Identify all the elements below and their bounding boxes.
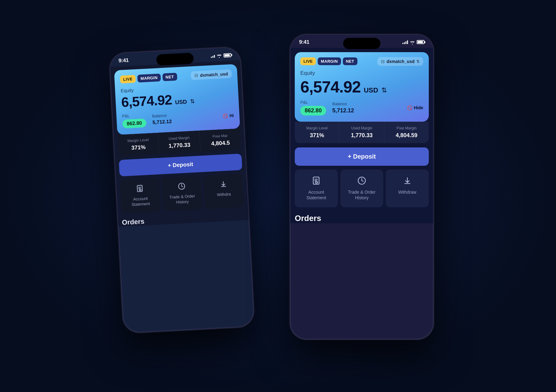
withdraw-btn-front[interactable]: Withdraw [386,169,429,207]
chevron-icon-front: ⇅ [416,59,419,64]
free-margin-back: Free Mar 4,804.5 [200,128,241,152]
free-margin-label-back: Free Mar [203,133,237,139]
dynamic-island-front [343,38,380,49]
pnl-balance-row-back: P&L 862.80 Balance 5,712.12 🚫 Hi [122,108,234,128]
free-margin-front: Free Margin 4,804.59 [384,122,429,143]
svg-rect-10 [316,182,318,183]
account-statement-icon-back [136,184,144,194]
equity-label-front: Equity [300,70,423,76]
hide-icon-front: 🚫 [407,105,412,110]
margin-level-value-back: 371% [122,143,155,152]
withdraw-label-back: Withdra [217,191,231,197]
trade-history-icon-front [357,176,366,187]
balance-value-front: 5,712.12 [332,107,354,114]
used-margin-front: Used Margin 1,770.33 [339,122,384,143]
balance-value-back: 5,712.12 [152,119,172,125]
equity-currency-front: USD [364,86,378,94]
free-margin-value-front: 4,804.59 [388,132,425,139]
balance-label-front: Balance [332,101,354,106]
orders-section-front: Orders [290,207,433,223]
used-margin-label-back: Used Margin [162,135,196,141]
dynamic-island-back [156,52,194,65]
svg-line-6 [221,186,226,187]
account-statement-btn-back[interactable]: AccountStatement [120,178,161,213]
battery-icon-front [417,40,424,44]
used-margin-value-back: 1,770.33 [163,141,196,150]
header-top-front: LIVE MARGIN NET ⊟ dxmatch_usd ⇅ [300,57,423,66]
phone-front: 9:41 LIVE MARGIN [290,35,433,339]
balance-section-front: Balance 5,712.12 [332,101,354,114]
deposit-btn-back[interactable]: + Deposit [119,153,242,176]
account-name-front: dxmatch_usd [387,59,415,64]
badge-net-front: NET [343,57,357,65]
equity-number-back: 6,574.92 [121,92,173,110]
phone-back: 9:41 LIVE MARGIN [110,47,254,333]
free-margin-label-front: Free Margin [388,126,425,130]
badges-back: LIVE MARGIN NET [120,72,177,83]
status-icons-back [211,53,231,58]
time-front: 9:41 [299,39,309,45]
status-icons-front [402,40,424,44]
account-icon-back: ⊟ [194,73,198,78]
pnl-balance-row-front: P&L 862.80 Balance 5,712.12 🚫 Hide [300,100,423,115]
status-bar-front: 9:41 [290,35,433,48]
trade-history-label-front: Trade & OrderHistory [348,189,376,201]
header-card-front: LIVE MARGIN NET ⊟ dxmatch_usd ⇅ Equity 6… [295,52,429,122]
free-margin-value-back: 4,804.5 [204,139,237,147]
header-top-back: LIVE MARGIN NET ⊟ dxmatch_usd [120,69,232,84]
action-buttons-back: AccountStatement Trade & OrderHistory Wi… [120,173,244,213]
header-card-back: LIVE MARGIN NET ⊟ dxmatch_usd Equity 6,5… [114,64,240,135]
pnl-value-front: 862.80 [300,106,326,115]
hide-icon-back: 🚫 [222,113,228,118]
pnl-value-back: 862.80 [122,118,146,128]
svg-rect-3 [139,189,141,190]
account-statement-icon-front [312,176,321,187]
badge-margin-back: MARGIN [137,73,161,82]
account-statement-btn-front[interactable]: AccountStatement [295,169,338,207]
time-back: 9:41 [118,57,129,64]
svg-line-5 [223,181,223,185]
withdraw-icon-back [219,180,227,190]
signal-icon-back [211,54,215,58]
trade-history-btn-front[interactable]: Trade & OrderHistory [340,169,383,207]
orders-title-back: Orders [122,212,245,227]
action-buttons-front: AccountStatement Trade & OrderHistory Wi… [295,169,429,207]
equity-currency-back: USD [175,98,187,106]
margin-level-label-front: Margin Level [298,126,335,130]
pnl-label-front: P&L [300,100,326,105]
wifi-icon-front [410,40,415,44]
account-selector-front[interactable]: ⊟ dxmatch_usd ⇅ [377,57,423,66]
withdraw-btn-back[interactable]: Withdra [203,173,244,209]
withdraw-label-front: Withdraw [398,189,416,195]
hide-btn-front[interactable]: 🚫 Hide [407,105,423,110]
screen-front: LIVE MARGIN NET ⊟ dxmatch_usd ⇅ Equity 6… [290,48,433,223]
account-icon-front: ⊟ [381,59,385,64]
account-statement-label-back: AccountStatement [131,196,150,207]
used-margin-label-front: Used Margin [343,126,380,130]
badge-live-front: LIVE [300,57,316,65]
badge-live-back: LIVE [120,74,136,83]
deposit-btn-front[interactable]: + Deposit [295,147,429,166]
pnl-section-front: P&L 862.80 [300,100,326,115]
margin-level-front: Margin Level 371% [295,122,339,143]
withdraw-icon-front [403,176,412,187]
margin-level-label-back: Margin Level [121,137,155,143]
equity-sort-front: ⇅ [381,86,387,94]
hide-btn-back[interactable]: 🚫 Hi [222,113,234,118]
account-name-back: dxmatch_usd [200,71,228,78]
badges-front: LIVE MARGIN NET [300,57,357,65]
balance-section-back: Balance 5,712.12 [152,113,172,125]
balance-label-back: Balance [152,113,172,118]
margin-section-front: Margin Level 371% Used Margin 1,770.33 F… [295,122,429,143]
used-margin-back: Used Margin 1,770.33 [159,130,201,154]
trade-history-btn-back[interactable]: Trade & OrderHistory [162,176,203,211]
used-margin-value-front: 1,770.33 [343,132,380,139]
account-statement-label-front: AccountStatement [306,189,326,201]
equity-sort-back: ⇅ [190,98,195,105]
orders-title-front: Orders [295,214,429,223]
account-selector-back[interactable]: ⊟ dxmatch_usd [191,69,232,80]
badge-margin-front: MARGIN [318,57,341,65]
pnl-label-back: P&L [122,112,146,118]
trade-history-icon-back [178,182,186,192]
trade-history-label-back: Trade & OrderHistory [169,193,195,205]
